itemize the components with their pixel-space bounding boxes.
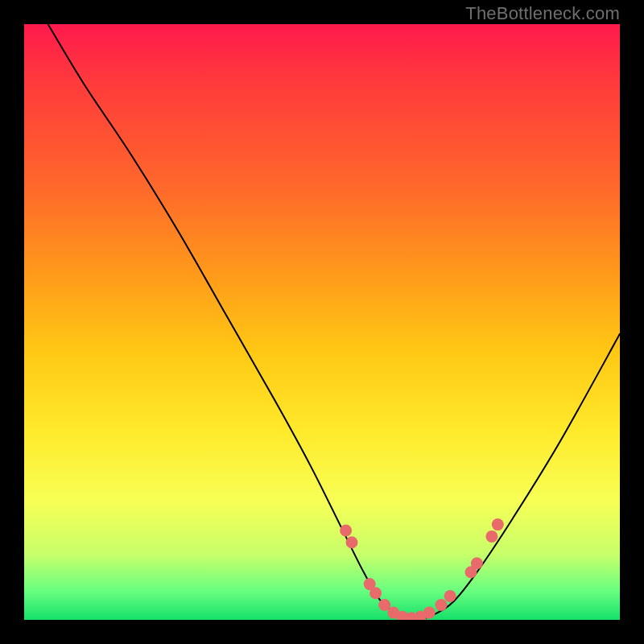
highlight-point xyxy=(471,557,483,569)
highlight-point xyxy=(492,518,504,530)
chart-svg xyxy=(24,24,620,620)
bottleneck-curve xyxy=(48,24,620,620)
highlight-point xyxy=(444,590,456,602)
highlight-point xyxy=(423,607,436,619)
plot-area xyxy=(24,24,620,620)
chart-frame: TheBottleneck.com xyxy=(0,0,644,644)
watermark-text: TheBottleneck.com xyxy=(465,3,620,24)
highlight-point xyxy=(346,536,358,548)
highlight-point xyxy=(340,525,352,537)
highlight-point xyxy=(485,530,497,543)
highlight-point xyxy=(369,587,382,599)
highlight-point xyxy=(436,599,448,611)
